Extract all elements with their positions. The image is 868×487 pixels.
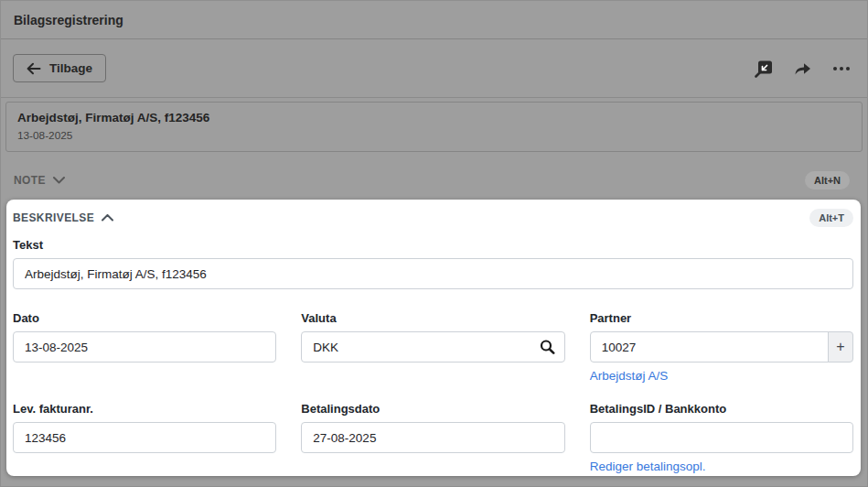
- share-forward-button[interactable]: [793, 60, 812, 77]
- valuta-input-wrap: [301, 331, 564, 363]
- page-title: Bilagsregistrering: [14, 13, 123, 27]
- back-button-label: Tilbage: [49, 61, 92, 75]
- tekst-label: Tekst: [13, 238, 853, 252]
- beskrivelse-header-row: BESKRIVELSE Alt+T: [13, 209, 853, 227]
- note-section-row: NOTE Alt+N: [1, 157, 867, 200]
- lev-fakturanr-input[interactable]: [13, 422, 276, 453]
- tekst-field-block: Tekst: [13, 238, 853, 289]
- partner-input-group: +: [590, 331, 853, 363]
- dato-input[interactable]: [13, 331, 276, 363]
- lev-fakturanr-field-block: Lev. fakturanr.: [13, 402, 276, 474]
- voucher-card[interactable]: Arbejdstøj, Firmatøj A/S, f123456 13-08-…: [5, 102, 863, 152]
- app-header: Bilagsregistrering: [1, 1, 867, 39]
- partner-label: Partner: [590, 311, 853, 325]
- form-row-dato-valuta-partner: Dato Valuta Partner: [13, 311, 853, 384]
- dato-field-block: Dato: [13, 311, 276, 384]
- note-section-toggle[interactable]: NOTE: [14, 174, 65, 187]
- betalingsdato-field-block: Betalingsdato: [301, 402, 564, 474]
- partner-add-button[interactable]: +: [828, 331, 853, 363]
- voucher-card-title: Arbejdstøj, Firmatøj A/S, f123456: [17, 111, 851, 124]
- beskrivelse-section-toggle[interactable]: BESKRIVELSE: [13, 211, 113, 224]
- more-options-icon: [832, 66, 851, 71]
- betalingsid-input[interactable]: [590, 422, 853, 453]
- more-options-button[interactable]: [832, 66, 851, 71]
- partner-field-block: Partner + Arbejdstøj A/S: [590, 311, 853, 384]
- beskrivelse-panel: BESKRIVELSE Alt+T Tekst Dato Valuta: [6, 200, 861, 476]
- betalingsdato-input[interactable]: [301, 422, 564, 453]
- chevron-down-icon: [53, 177, 65, 184]
- beskrivelse-section-label: BESKRIVELSE: [13, 211, 94, 224]
- valuta-label: Valuta: [301, 311, 564, 325]
- back-button[interactable]: Tilbage: [13, 54, 106, 82]
- arrow-left-icon: [27, 62, 41, 75]
- toolbar: Tilbage: [1, 39, 867, 97]
- preview-document-icon: [755, 60, 773, 78]
- toolbar-actions: [755, 60, 851, 78]
- chevron-up-icon: [102, 214, 113, 222]
- voucher-card-list: Arbejdstøj, Firmatøj A/S, f123456 13-08-…: [1, 97, 867, 157]
- dato-label: Dato: [13, 311, 276, 325]
- form-row-faktura-betaling: Lev. fakturanr. Betalingsdato BetalingsI…: [13, 402, 853, 474]
- preview-document-button[interactable]: [755, 60, 773, 78]
- rediger-betalingsopl-link[interactable]: Rediger betalingsopl.: [590, 460, 706, 473]
- note-shortcut-badge: Alt+N: [805, 171, 850, 189]
- partner-input[interactable]: [590, 331, 829, 363]
- share-forward-icon: [793, 60, 812, 77]
- search-icon: [540, 340, 555, 355]
- betalingsdato-label: Betalingsdato: [301, 402, 564, 416]
- bilagsregistrering-page: { "colors": { "backdrop": "#9e9e9e", "pa…: [0, 0, 868, 487]
- valuta-input[interactable]: [301, 331, 564, 363]
- betalingsid-field-block: BetalingsID / Bankkonto Rediger betaling…: [590, 402, 853, 474]
- valuta-field-block: Valuta: [301, 311, 564, 384]
- betalingsid-label: BetalingsID / Bankkonto: [590, 402, 853, 416]
- beskrivelse-shortcut-badge: Alt+T: [809, 209, 853, 227]
- lev-fakturanr-label: Lev. fakturanr.: [13, 402, 276, 416]
- valuta-lookup-button[interactable]: [540, 340, 555, 355]
- voucher-card-date: 13-08-2025: [17, 129, 851, 142]
- tekst-input[interactable]: [13, 258, 853, 289]
- note-section-label: NOTE: [14, 174, 46, 187]
- partner-name-link[interactable]: Arbejdstøj A/S: [590, 369, 669, 383]
